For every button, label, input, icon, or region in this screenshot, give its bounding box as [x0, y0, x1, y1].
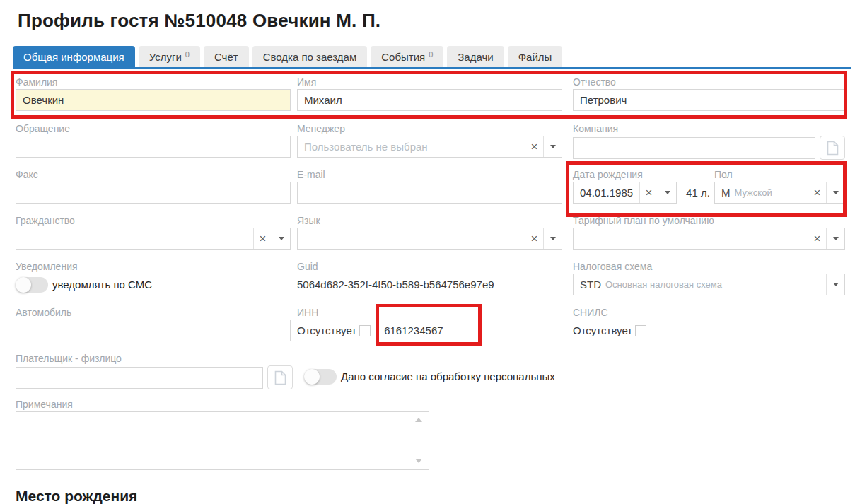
middle-name-label: Отчество — [573, 76, 845, 89]
toggle-knob — [304, 369, 320, 385]
manager-clear-button[interactable]: × — [525, 136, 543, 157]
inn-absent-checkbox[interactable] — [359, 325, 371, 336]
tax-scheme-dropdown-button[interactable] — [826, 274, 844, 295]
section-title-birth-place: Место рождения — [16, 488, 137, 504]
consent-toggle[interactable] — [304, 369, 337, 385]
tab-count: 0 — [429, 50, 433, 59]
tax-scheme-code: STD — [580, 279, 601, 291]
tab-label: Файлы — [518, 51, 552, 63]
manager-dropdown-button[interactable] — [543, 136, 562, 157]
language-label: Язык — [297, 214, 562, 228]
company-input[interactable] — [573, 137, 815, 159]
page-title: Профиль гостя №510048 Овечкин М. П. — [18, 10, 380, 32]
manager-label: Менеджер — [297, 122, 562, 136]
default-tariff-combobox[interactable]: × — [573, 228, 845, 250]
chevron-down-icon — [833, 191, 839, 194]
fax-label: Факс — [16, 168, 291, 182]
tab-label: Сводка по заездам — [263, 51, 357, 63]
tab-events[interactable]: События0 — [371, 46, 443, 67]
default-tariff-dropdown-button[interactable] — [826, 228, 844, 249]
company-lookup-button[interactable] — [820, 136, 845, 160]
age-text: 41 л. — [686, 187, 710, 199]
notes-textarea[interactable] — [16, 411, 429, 470]
tax-scheme-combobox[interactable]: STD Основная налоговая схема — [573, 274, 845, 295]
fax-input[interactable] — [16, 182, 291, 204]
toggle-knob — [16, 277, 31, 293]
scroll-up-icon[interactable] — [415, 418, 422, 422]
company-label: Компания — [573, 122, 845, 136]
chevron-down-icon — [550, 145, 556, 148]
salutation-input[interactable] — [16, 136, 291, 158]
citizenship-label: Гражданство — [16, 214, 291, 228]
manager-input[interactable] — [298, 136, 525, 157]
snils-absent-label: Отсутствует — [573, 324, 632, 336]
tab-account[interactable]: Счёт — [204, 46, 249, 67]
clear-icon: × — [646, 186, 653, 200]
snils-absent-checkbox[interactable] — [635, 325, 646, 336]
tab-bar: Общая информация Услуги0 Счёт Сводка по … — [13, 46, 851, 69]
birth-date-label: Дата рождения — [573, 168, 680, 182]
gender-name: Мужской — [735, 187, 772, 198]
scroll-down-icon[interactable] — [415, 459, 422, 463]
last-name-label: Фамилия — [16, 76, 291, 89]
email-input[interactable] — [297, 182, 562, 204]
language-clear-button[interactable]: × — [525, 228, 543, 249]
notes-label: Примечания — [16, 398, 429, 411]
tab-label: Счёт — [214, 51, 238, 63]
language-combobox[interactable]: × — [297, 228, 562, 250]
car-label: Автомобиль — [16, 306, 291, 320]
default-tariff-label: Тарифный план по умолчанию — [573, 214, 845, 228]
birth-date-dropdown-button[interactable] — [658, 182, 676, 203]
consent-toggle-label: Дано согласие на обработку персональных — [341, 370, 555, 382]
gender-label: Пол — [714, 168, 845, 182]
clear-icon: × — [531, 140, 538, 154]
manager-combobox[interactable]: × — [297, 136, 562, 158]
language-value — [298, 228, 525, 249]
birth-date-clear-button[interactable]: × — [639, 182, 658, 203]
default-tariff-clear-button[interactable]: × — [808, 228, 826, 249]
citizenship-value — [16, 228, 253, 249]
middle-name-input[interactable] — [573, 89, 845, 111]
payer-individual-input[interactable] — [16, 367, 263, 389]
sms-notify-toggle[interactable] — [16, 277, 48, 293]
tab-tasks[interactable]: Задачи — [447, 46, 504, 67]
chevron-down-icon — [833, 283, 839, 286]
salutation-label: Обращение — [16, 122, 291, 136]
tab-label: Услуги — [149, 51, 182, 63]
gender-clear-button[interactable]: × — [808, 182, 826, 203]
snils-input[interactable] — [653, 320, 839, 341]
first-name-input[interactable] — [297, 89, 562, 111]
tax-scheme-name: Основная налоговая схема — [605, 279, 722, 290]
last-name-input[interactable] — [16, 89, 291, 111]
tab-stays-summary[interactable]: Сводка по заездам — [252, 46, 368, 67]
clear-icon: × — [260, 232, 267, 246]
tab-label: Общая информация — [23, 51, 124, 63]
chevron-down-icon — [665, 191, 670, 194]
guid-value: 5064d682-352f-4f50-b589-b564756e97e9 — [297, 274, 562, 295]
tab-label: Задачи — [458, 51, 493, 63]
document-icon — [274, 370, 286, 385]
citizenship-combobox[interactable]: × — [16, 228, 291, 250]
default-tariff-value — [574, 228, 808, 249]
citizenship-dropdown-button[interactable] — [272, 228, 290, 249]
car-input[interactable] — [16, 320, 291, 341]
chevron-down-icon — [550, 237, 556, 240]
sms-notify-toggle-label: уведомлять по СМС — [52, 279, 152, 291]
inn-input[interactable] — [377, 320, 562, 341]
tab-files[interactable]: Файлы — [508, 46, 563, 67]
payer-individual-label: Плательщик - физлицо — [16, 352, 295, 365]
payer-lookup-button[interactable] — [267, 365, 293, 389]
citizenship-clear-button[interactable]: × — [253, 228, 272, 249]
inn-label: ИНН — [297, 306, 562, 320]
gender-dropdown-button[interactable] — [826, 182, 844, 203]
tab-general-info[interactable]: Общая информация — [13, 46, 135, 67]
tab-services[interactable]: Услуги0 — [139, 46, 200, 67]
language-dropdown-button[interactable] — [543, 228, 562, 249]
notifications-label: Уведомления — [16, 260, 291, 274]
chevron-down-icon — [833, 237, 839, 240]
tax-scheme-label: Налоговая схема — [573, 260, 845, 274]
snils-label: СНИЛС — [573, 306, 845, 320]
birth-date-picker[interactable]: 04.01.1985 × — [573, 182, 677, 204]
tab-label: События — [381, 51, 425, 63]
gender-combobox[interactable]: М Мужской × — [714, 182, 845, 204]
